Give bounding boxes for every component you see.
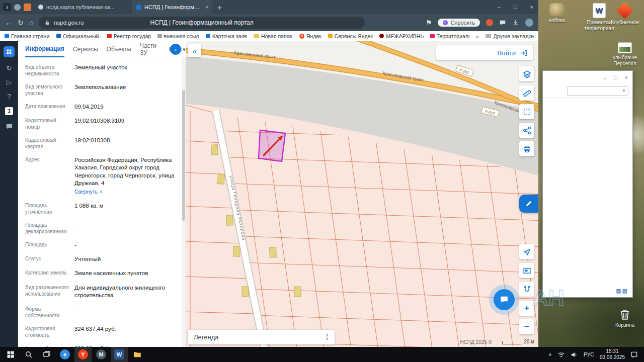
download-icon[interactable] [512, 19, 519, 26]
history-icon[interactable]: ↻ [7, 65, 12, 71]
legend-bar[interactable]: Легенда ∧∨ [188, 330, 335, 344]
bookmark-item[interactable]: Сервисы Яндекса [328, 33, 373, 39]
field-row: Площадь декларированная- [25, 222, 177, 235]
home-icon[interactable]: ⌂ [29, 19, 33, 27]
task-view-button[interactable] [38, 347, 55, 362]
layers-button[interactable] [519, 66, 534, 81]
browser-window: з нслд карта публичная ка... НСПД | Геои… [0, 0, 538, 347]
minimize-icon[interactable]: – [603, 74, 606, 80]
bookmark-item[interactable]: Реестр государст [107, 33, 151, 39]
url-field[interactable]: nspd.gov.ru НСПД | Геоинформационный пор… [39, 17, 365, 29]
collapse-panel-button[interactable]: « [188, 44, 201, 57]
field-row: Форма собственности- [25, 306, 177, 319]
extension-icon[interactable] [486, 19, 493, 26]
screen: кобяка W Презентац территориал Клубнично… [0, 0, 644, 362]
bookmark-flag-icon[interactable]: ⚑ [426, 19, 432, 27]
pinned-app-icon[interactable] [24, 4, 31, 11]
chat-sidebar-icon[interactable] [6, 123, 13, 130]
profile-avatar[interactable] [525, 19, 533, 27]
search-button[interactable] [20, 347, 37, 362]
collapse-address-link[interactable]: Свернуть∧ [74, 189, 103, 196]
assistant-icon [443, 20, 448, 25]
browser-tab-inactive[interactable]: нслд карта публичная ка... [34, 2, 129, 13]
tab-close-icon[interactable]: × [205, 5, 208, 10]
tab-information[interactable]: Информация [25, 41, 64, 57]
select-area-button[interactable] [519, 104, 534, 119]
taskbar-app-explorer[interactable] [129, 347, 146, 362]
background-window[interactable]: – □ × ▼ ▦▦ [542, 70, 633, 298]
maximize-button[interactable]: □ [514, 4, 517, 10]
chat-icon[interactable] [499, 19, 506, 26]
reload-icon[interactable]: ↻ [18, 19, 24, 27]
panel-scrollbar[interactable] [182, 57, 186, 347]
print-button[interactable] [519, 141, 534, 156]
language-indicator[interactable]: РУС [584, 351, 594, 357]
bookmarks-overflow-button[interactable]: » [476, 33, 479, 39]
taskbar-app-mail[interactable]: M [93, 347, 110, 362]
bookmark-item[interactable]: Официальный са [56, 33, 101, 39]
clock[interactable]: 15:3103.06.2025 [600, 348, 625, 361]
desktop-icon-recycle-bin[interactable]: Корзина [610, 308, 640, 328]
bookmark-item[interactable]: внешняя ссылка [157, 33, 199, 39]
bookmark-favicon [379, 34, 384, 38]
pinned-extension-icon[interactable]: з [3, 3, 11, 11]
draw-tool-button[interactable] [519, 195, 538, 213]
tab-objects[interactable]: Объекты [107, 46, 132, 53]
legend-toggle-icon[interactable]: ∧∨ [326, 334, 329, 341]
taskbar-app-edge[interactable]: e [56, 347, 73, 362]
app-logo[interactable] [4, 46, 15, 57]
measure-button[interactable] [519, 85, 534, 101]
browser-content: ↻ ▷ ? 3 Информация Сервисы Объекты Части… [0, 41, 538, 347]
zoom-in-button[interactable]: + [519, 301, 534, 316]
grid-view-icons[interactable]: ▦▦ [616, 288, 628, 294]
browser-tab-active[interactable]: НСПД | Геоинформаци... × [132, 0, 212, 14]
support-chat-button[interactable] [494, 289, 515, 310]
overview-map-button[interactable] [519, 263, 534, 278]
ask-button[interactable]: Спросить [438, 19, 480, 27]
new-tab-button[interactable]: + [215, 3, 224, 12]
locate-button[interactable] [519, 244, 534, 259]
share-button[interactable] [519, 123, 534, 138]
wifi-icon[interactable] [557, 351, 565, 358]
maximize-icon[interactable]: □ [614, 74, 617, 80]
desktop-icon-app[interactable]: Клубничное [610, 3, 640, 26]
yandex-browser-icon: Y [78, 349, 88, 359]
taskbar-app-word[interactable]: W [111, 347, 128, 362]
tab-services[interactable]: Сервисы [73, 46, 98, 53]
system-tray: ∧ РУС 15:3103.06.2025 [548, 348, 642, 361]
address-bar-actions: ⚑ Спросить [426, 19, 533, 27]
volume-icon[interactable] [571, 351, 578, 358]
action-center-icon[interactable] [630, 351, 638, 358]
taskbar-app-yandex[interactable]: Y [74, 347, 92, 362]
more-tabs-button[interactable]: › [170, 44, 181, 55]
bookmark-item[interactable]: МЕЖАРХИВНЫЙ [379, 33, 423, 39]
dropdown-field[interactable]: ▼ [567, 86, 628, 96]
zoom-out-button[interactable]: − [519, 319, 534, 334]
scrollbar-thumb[interactable] [182, 90, 185, 221]
field-row-address: Адрес Российская Федерация, Республика Х… [25, 156, 177, 196]
start-button[interactable] [2, 347, 19, 362]
desktop-icon-file[interactable]: кобяка [539, 3, 575, 24]
desktop-icon-photo[interactable]: улыбраше Перселял [610, 42, 640, 66]
login-bar[interactable]: Войти [436, 45, 533, 60]
minimize-button[interactable]: – [498, 4, 501, 10]
map-viewport[interactable]: улица Генерала Тихонова Красноярский тра… [186, 41, 538, 347]
window-controls: – □ × [498, 0, 533, 14]
help-icon[interactable]: ? [7, 93, 11, 100]
bookmark-item[interactable]: Карточка заявки [206, 33, 247, 39]
tray-expand-icon[interactable]: ∧ [548, 352, 552, 357]
snap-button[interactable] [519, 282, 534, 297]
bookmark-folder[interactable]: Новая папка▼ [254, 33, 293, 39]
bookmark-item[interactable]: Главная страница [5, 33, 50, 39]
tab-parcel-parts[interactable]: Части ЗУ [140, 42, 160, 56]
play-icon[interactable]: ▷ [7, 79, 12, 85]
close-icon[interactable]: × [625, 74, 628, 80]
bookmark-item[interactable]: Территориальн [430, 33, 469, 39]
back-icon[interactable]: ← [5, 19, 12, 27]
notification-counter[interactable]: 3 [5, 107, 13, 115]
pinned-tab-icon[interactable] [14, 4, 21, 11]
close-button[interactable]: × [530, 4, 533, 10]
selected-parcel[interactable] [259, 130, 285, 161]
bookmark-item[interactable]: ЯЯндекс [299, 33, 321, 39]
other-bookmarks-button[interactable]: Другие закладки [486, 33, 534, 39]
